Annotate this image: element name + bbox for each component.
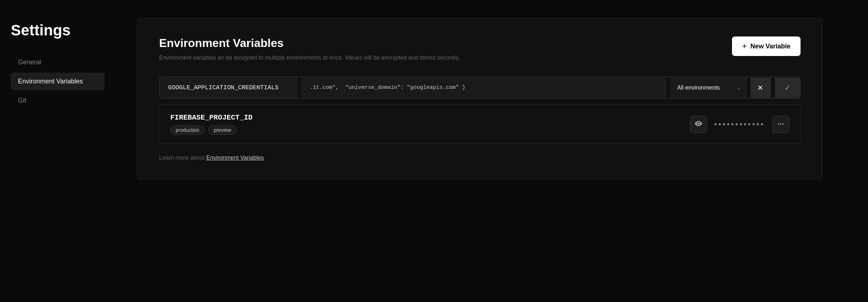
learn-more-prefix: Learn more about	[159, 155, 206, 161]
variable-edit-row: All environments Production Preview Deve…	[159, 77, 801, 99]
learn-more-section: Learn more about Environment Variables	[159, 155, 801, 161]
env-select-wrapper: All environments Production Preview Deve…	[670, 77, 746, 98]
more-options-button[interactable]: ···	[772, 116, 789, 133]
variable-tags: production preview	[170, 125, 253, 135]
toggle-visibility-button[interactable]	[690, 116, 707, 133]
masked-value: ••••••••••••	[714, 120, 765, 129]
cancel-button[interactable]: ✕	[750, 78, 771, 98]
main-content: Environment Variables Environment variab…	[115, 0, 868, 302]
ellipsis-icon: ···	[777, 120, 784, 129]
sidebar-item-environment-variables[interactable]: Environment Variables	[11, 73, 105, 90]
panel-subtitle: Environment variables an be assigned to …	[159, 53, 460, 62]
content-panel: Environment Variables Environment variab…	[137, 18, 823, 180]
panel-title: Environment Variables	[159, 36, 460, 50]
page-title: Settings	[11, 22, 105, 39]
sidebar: Settings General Environment Variables G…	[0, 0, 115, 302]
confirm-button[interactable]: ✓	[775, 78, 800, 98]
variable-value-section: •••••••••••• ···	[690, 116, 789, 133]
new-variable-button[interactable]: + New Variable	[732, 36, 801, 56]
tag-production: production	[170, 125, 205, 135]
learn-more-link[interactable]: Environment Variables	[206, 155, 264, 161]
panel-header: Environment Variables Environment variab…	[159, 36, 801, 62]
sidebar-item-git[interactable]: Git	[11, 92, 105, 109]
env-select[interactable]: All environments Production Preview Deve…	[670, 77, 746, 98]
variable-name: FIREBASE_PROJECT_ID	[170, 113, 253, 122]
variable-value-input[interactable]	[301, 77, 666, 98]
sidebar-nav: General Environment Variables Git	[11, 53, 105, 109]
variable-info: FIREBASE_PROJECT_ID production preview	[170, 113, 253, 135]
tag-preview: preview	[208, 125, 236, 135]
new-variable-label: New Variable	[750, 43, 790, 50]
checkmark-icon: ✓	[784, 83, 791, 92]
plus-icon: +	[742, 42, 747, 50]
sidebar-item-general[interactable]: General	[11, 53, 105, 71]
close-icon: ✕	[757, 83, 763, 92]
panel-title-section: Environment Variables Environment variab…	[159, 36, 460, 62]
variable-row: FIREBASE_PROJECT_ID production preview •…	[159, 104, 801, 144]
variable-name-input[interactable]	[159, 77, 297, 98]
eye-icon	[695, 120, 702, 128]
